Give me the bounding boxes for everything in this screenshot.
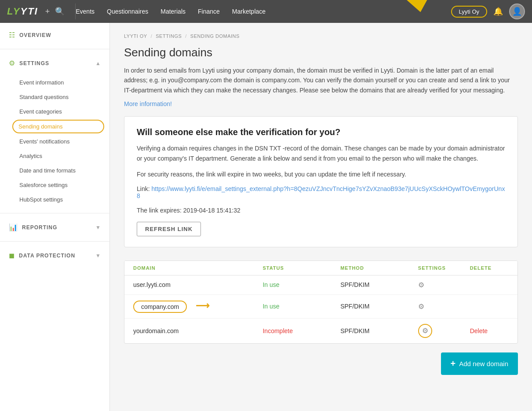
domain-method-1: SPF/DKIM [340, 281, 418, 288]
nav-events[interactable]: Events [76, 8, 95, 15]
external-link[interactable]: https://www.lyyti.fi/e/email_settings_ex… [137, 185, 505, 199]
add-icon[interactable]: + [45, 7, 50, 16]
col-status: STATUS [262, 265, 340, 271]
user-avatar[interactable]: 👤 [509, 4, 525, 19]
domain-settings-1[interactable]: ⚙ [418, 281, 470, 289]
nav-finance[interactable]: Finance [198, 8, 220, 15]
col-delete: DELETE [470, 265, 509, 271]
sidebar-item-event-information[interactable]: Event information [0, 75, 109, 90]
table-row: yourdomain.com Incomplete SPF/DKIM ⚙ Del… [124, 319, 517, 343]
gear-icon-1[interactable]: ⚙ [418, 281, 424, 289]
data-protection-header[interactable]: ◼ DATA PROTECTION ▼ [0, 243, 109, 268]
main-content: LYYTI OY / SETTINGS / SENDING DOMAINS Se… [110, 23, 532, 411]
nav-materials[interactable]: Materials [160, 8, 186, 15]
nav-icons: + 🔍 [45, 7, 65, 16]
verification-box: Will someone else make the verification … [124, 116, 518, 247]
more-info-link[interactable]: More information! [124, 100, 172, 107]
sidebar-divider-3 [0, 241, 109, 242]
sidebar-item-event-categories[interactable]: Event categories [0, 104, 109, 119]
verification-para1: Verifying a domain requires changes in t… [137, 143, 505, 163]
link-section: Link: https://www.lyyti.fi/e/email_setti… [137, 185, 505, 199]
breadcrumb: LYYTI OY / SETTINGS / SENDING DOMAINS [124, 33, 518, 39]
sidebar-divider-1 [0, 49, 109, 49]
nav-marketplace[interactable]: Marketplace [232, 8, 266, 15]
breadcrumb-sep-1: / [151, 33, 153, 39]
company-domain-highlight: company.com [133, 301, 187, 313]
sidebar-item-salesforce-settings[interactable]: Salesforce settings [0, 178, 109, 192]
domain-name-2: company.com ⟶ [133, 300, 262, 313]
add-domain-label: Add new domain [459, 360, 508, 367]
sidebar-item-sending-domains[interactable]: Sending domains [12, 120, 104, 133]
search-icon[interactable]: 🔍 [55, 7, 65, 16]
nav-links: Events Questionnaires Materials Finance … [76, 8, 445, 15]
sidebar-item-date-time-formats[interactable]: Date and time formats [0, 163, 109, 178]
settings-section: ⚙ SETTINGS ▲ Event information Standard … [0, 51, 109, 211]
sidebar-overview[interactable]: ☷ OVERVIEW [0, 23, 109, 47]
domain-status-2: In use [262, 303, 340, 310]
col-settings: SETTINGS [418, 265, 470, 271]
gear-icon-2[interactable]: ⚙ [418, 303, 424, 310]
overview-label: OVERVIEW [19, 32, 101, 38]
notifications-bell-icon[interactable]: 🔔 [493, 7, 503, 16]
domain-delete-3[interactable]: Delete [470, 327, 509, 334]
breadcrumb-settings: SETTINGS [156, 33, 182, 39]
company-button[interactable]: Lyyti Oy [451, 6, 487, 18]
data-protection-chevron-icon: ▼ [95, 253, 101, 259]
domain-status-1: In use [262, 281, 340, 288]
delete-link-3[interactable]: Delete [470, 327, 488, 334]
reporting-header[interactable]: 📊 REPORTING ▼ [0, 215, 109, 239]
verification-para2: For security reasons, the link will expi… [137, 169, 505, 179]
link-label: Link: [137, 185, 150, 192]
col-domain: DOMAIN [133, 265, 262, 271]
sidebar-item-analytics[interactable]: Analytics [0, 149, 109, 163]
domain-name-3: yourdomain.com [133, 327, 262, 334]
nav-right: Lyyti Oy 🔔 👤 [445, 4, 525, 19]
nav-questionnaires[interactable]: Questionnaires [107, 8, 148, 15]
layout: ☷ OVERVIEW ⚙ SETTINGS ▲ Event informatio… [0, 23, 532, 411]
sidebar-item-events-notifications[interactable]: Events' notifications [0, 134, 109, 149]
table-row: company.com ⟶ In use SPF/DKIM ⚙ [124, 295, 517, 319]
data-protection-label: DATA PROTECTION [19, 253, 91, 259]
verification-title: Will someone else make the verification … [137, 127, 505, 137]
arrow-right-icon: ⟶ [196, 300, 210, 312]
settings-header[interactable]: ⚙ SETTINGS ▲ [0, 51, 109, 75]
add-new-domain-button[interactable]: + Add new domain [441, 352, 518, 375]
breadcrumb-sep-2: / [185, 33, 187, 39]
sidebar-divider-2 [0, 213, 109, 213]
domains-table: DOMAIN STATUS METHOD SETTINGS DELETE use… [124, 261, 518, 344]
top-nav: LYYTI + 🔍 Events Questionnaires Material… [0, 0, 532, 23]
settings-icon: ⚙ [9, 59, 15, 67]
domain-method-3: SPF/DKIM [340, 327, 418, 334]
settings-items: Event information Standard questions Eve… [0, 75, 109, 211]
domain-status-3: Incomplete [262, 327, 340, 334]
plus-icon: + [451, 359, 456, 369]
breadcrumb-lyyti-oy: LYYTI OY [124, 33, 147, 39]
settings-label: SETTINGS [19, 60, 91, 66]
page-description: In order to send emails from Lyyti using… [124, 66, 518, 95]
refresh-link-button[interactable]: REFRESH LINK [137, 222, 201, 236]
logo: LYYTI [7, 6, 38, 17]
domain-name-1: user.lyyti.com [133, 281, 262, 288]
table-row: user.lyyti.com In use SPF/DKIM ⚙ [124, 275, 517, 295]
link-expiry: The link expires: 2019-04-18 15:41:32 [137, 206, 505, 215]
sidebar: ☷ OVERVIEW ⚙ SETTINGS ▲ Event informatio… [0, 23, 110, 411]
domain-settings-3[interactable]: ⚙ [418, 324, 470, 338]
data-protection-icon: ◼ [9, 251, 15, 260]
gear-icon-3-highlighted[interactable]: ⚙ [418, 324, 432, 338]
overview-icon: ☷ [9, 31, 15, 39]
reporting-icon: 📊 [9, 223, 18, 231]
sidebar-item-standard-questions[interactable]: Standard questions [0, 90, 109, 104]
reporting-chevron-icon: ▼ [95, 224, 101, 231]
sidebar-item-hubspot-settings[interactable]: HubSpot settings [0, 192, 109, 207]
breadcrumb-sending-domains: SENDING DOMAINS [190, 33, 240, 39]
domain-settings-2[interactable]: ⚙ [418, 302, 470, 311]
reporting-label: REPORTING [22, 224, 91, 231]
table-header: DOMAIN STATUS METHOD SETTINGS DELETE [124, 261, 517, 275]
col-method: METHOD [340, 265, 418, 271]
page-title: Sending domains [124, 46, 518, 59]
settings-chevron-icon: ▲ [95, 60, 101, 66]
domain-method-2: SPF/DKIM [340, 303, 418, 310]
add-domain-row: + Add new domain [124, 352, 518, 375]
